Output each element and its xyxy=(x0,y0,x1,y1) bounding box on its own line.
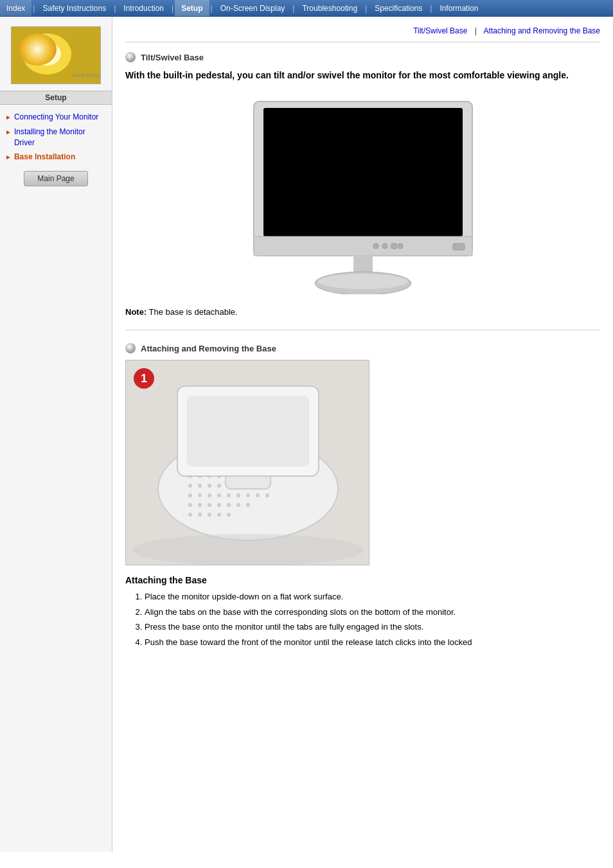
nav-item-introduction[interactable]: Introduction xyxy=(117,0,170,16)
step1-badge: 1 xyxy=(134,368,154,389)
note-label: Note: xyxy=(125,307,147,317)
svg-point-7 xyxy=(373,244,378,249)
svg-rect-58 xyxy=(187,396,309,466)
logo-image: www.samsung.com xyxy=(12,27,101,84)
sidebar-item-installing[interactable]: ► Installing the Monitor Driver xyxy=(0,125,112,150)
svg-point-40 xyxy=(236,493,240,497)
instruction-4: Push the base toward the front of the mo… xyxy=(145,636,600,649)
svg-point-28 xyxy=(208,484,211,488)
svg-point-41 xyxy=(246,493,250,497)
svg-point-55 xyxy=(227,513,231,517)
svg-point-49 xyxy=(236,503,240,507)
svg-rect-5 xyxy=(263,108,463,236)
svg-point-52 xyxy=(198,513,202,517)
nav-item-specifications[interactable]: Specifications xyxy=(368,0,429,16)
svg-point-26 xyxy=(188,484,192,488)
instruction-2: Align the tabs on the base with the corr… xyxy=(145,606,600,619)
sidebar-item-connecting[interactable]: ► Connecting Your Monitor xyxy=(0,110,112,125)
svg-point-47 xyxy=(217,503,221,507)
nav-separator-3: | xyxy=(170,4,175,13)
svg-point-27 xyxy=(198,484,202,488)
section1-icon xyxy=(125,52,136,62)
note-paragraph: Note: The base is detachable. xyxy=(125,307,600,317)
instructions-list: Place the monitor upside-down on a flat … xyxy=(125,590,600,648)
svg-point-43 xyxy=(265,493,269,497)
svg-point-35 xyxy=(188,493,192,497)
section2-title: Attaching and Removing the Base xyxy=(141,344,276,353)
svg-point-1 xyxy=(22,33,71,75)
step1-image: 1 xyxy=(125,360,369,565)
svg-point-14 xyxy=(318,274,408,289)
svg-point-29 xyxy=(217,484,221,488)
svg-point-39 xyxy=(227,493,231,497)
svg-point-44 xyxy=(188,503,192,507)
monitor-svg xyxy=(241,95,485,294)
nav-separator-5: | xyxy=(291,4,296,13)
attaching-title: Attaching the Base xyxy=(125,575,600,585)
svg-point-45 xyxy=(198,503,202,507)
nav-separator-7: | xyxy=(429,4,433,13)
breadcrumb: Tilt/Swivel Base | Attaching and Removin… xyxy=(125,23,600,42)
nav-separator-2: | xyxy=(112,4,117,13)
sidebar: www.samsung.com Setup ► Connecting Your … xyxy=(0,17,112,852)
svg-point-10 xyxy=(398,244,403,249)
nav-item-index[interactable]: Index xyxy=(0,0,31,16)
nav-item-osd[interactable]: On-Screen Display xyxy=(214,0,292,16)
nav-item-setup[interactable]: Setup xyxy=(175,0,209,16)
svg-point-46 xyxy=(208,503,211,507)
nav-item-troubleshooting[interactable]: Troubleshooting xyxy=(296,0,364,16)
sidebar-item-installing-label: Installing the Monitor Driver xyxy=(14,127,107,148)
content-area: Tilt/Swivel Base | Attaching and Removin… xyxy=(112,17,613,852)
nav-separator-4: | xyxy=(209,4,214,13)
sidebar-item-base-label: Base Installation xyxy=(14,152,75,163)
instruction-1: Place the monitor upside-down on a flat … xyxy=(145,590,600,603)
section1-title: Tilt/Swivel Base xyxy=(141,53,204,62)
svg-rect-6 xyxy=(254,236,472,256)
main-page-button[interactable]: Main Page xyxy=(24,171,88,186)
svg-rect-11 xyxy=(453,244,465,250)
section1-body: With the built-in pedestal, you can tilt… xyxy=(125,69,600,82)
svg-point-51 xyxy=(188,513,192,517)
nav-item-information[interactable]: Information xyxy=(433,0,484,16)
arrow-icon-2: ► xyxy=(5,128,12,137)
svg-point-37 xyxy=(208,493,211,497)
sidebar-item-connecting-label: Connecting Your Monitor xyxy=(14,112,98,123)
sidebar-item-base[interactable]: ► Base Installation xyxy=(0,150,112,164)
main-layout: www.samsung.com Setup ► Connecting Your … xyxy=(0,17,613,852)
breadcrumb-link-2[interactable]: Attaching and Removing the Base xyxy=(484,26,600,35)
arrow-icon-3: ► xyxy=(5,153,12,162)
nav-separator-6: | xyxy=(364,4,368,13)
svg-rect-9 xyxy=(391,244,396,249)
nav-item-safety[interactable]: Safety Instructions xyxy=(36,0,112,16)
svg-point-59 xyxy=(132,534,364,565)
section2-header: Attaching and Removing the Base xyxy=(125,343,600,353)
svg-point-50 xyxy=(246,503,250,507)
arrow-icon-1: ► xyxy=(5,113,12,122)
sidebar-setup-label: Setup xyxy=(0,91,112,105)
section1-header: Tilt/Swivel Base xyxy=(125,52,600,62)
step1-svg xyxy=(126,360,369,565)
svg-point-2 xyxy=(33,42,61,66)
svg-point-42 xyxy=(256,493,260,497)
sidebar-logo: www.samsung.com xyxy=(11,26,101,84)
breadcrumb-separator: | xyxy=(475,26,477,35)
breadcrumb-link-1[interactable]: Tilt/Swivel Base xyxy=(413,26,467,35)
svg-point-48 xyxy=(227,503,231,507)
section-divider xyxy=(125,330,600,330)
section2-icon xyxy=(125,343,136,353)
monitor-illustration-container xyxy=(125,95,600,294)
navigation-bar: Index | Safety Instructions | Introducti… xyxy=(0,0,613,17)
svg-point-36 xyxy=(198,493,202,497)
nav-separator-1: | xyxy=(31,4,36,13)
note-content: The base is detachable. xyxy=(149,307,238,317)
svg-point-54 xyxy=(217,513,221,517)
svg-point-38 xyxy=(217,493,221,497)
svg-point-53 xyxy=(208,513,211,517)
svg-text:www.samsung.com: www.samsung.com xyxy=(72,72,101,78)
svg-point-8 xyxy=(382,244,387,249)
instruction-3: Press the base onto the monitor until th… xyxy=(145,621,600,633)
